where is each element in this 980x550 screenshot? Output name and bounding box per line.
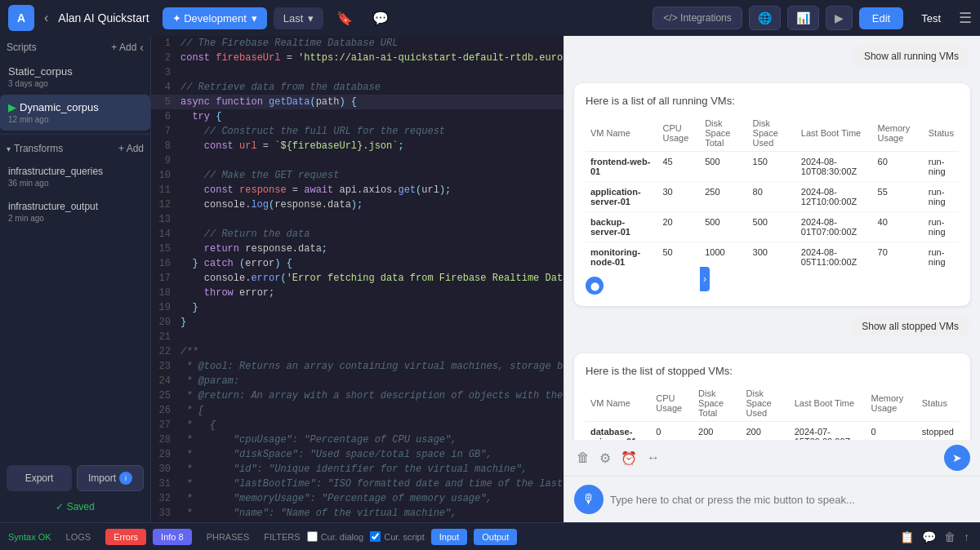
chat-icon-button[interactable]: 💬 (920, 528, 938, 546)
sidebar-item-infra-queries[interactable]: infrastructure_queries 36 min ago (0, 159, 150, 194)
running-vms-card: Here is a list of all running VMs: VM Na… (574, 83, 970, 306)
tab-logs[interactable]: LOGS (58, 529, 100, 545)
code-editor[interactable]: 1// The Firebase Realtime Database URL 2… (151, 36, 564, 522)
running-vms-title: Here is a list of all running VMs: (586, 95, 959, 107)
chart-icon-button[interactable]: 📊 (787, 6, 819, 30)
add-script-button[interactable]: + Add (111, 42, 136, 53)
code-line: 12 console.log(response.data); (151, 197, 564, 212)
add-transform-button[interactable]: + Add (118, 143, 144, 154)
filters-label: FILTERS (264, 532, 300, 542)
test-button[interactable]: Test (910, 7, 952, 29)
delete-icon-button[interactable]: 🗑 (942, 528, 958, 546)
code-line: 30 * "id": "Unique identifier for the vi… (151, 462, 564, 477)
chat-input-area: 🎙 (564, 476, 980, 522)
vm-boot: 2024-07-15T09:00:00Z (790, 422, 866, 441)
vm-status: run-ning (924, 212, 959, 242)
code-line: 5async function getData(path) { (151, 95, 564, 109)
play-indicator-icon: ▶ (8, 101, 16, 113)
import-info-icon: i (119, 472, 132, 485)
table-row: application-server-01 30 250 80 2024-08-… (586, 182, 959, 212)
sidebar-item-static-corpus[interactable]: Static_corpus 3 days ago (0, 59, 150, 95)
show-all-stopped-button[interactable]: Show all stopped VMs (850, 316, 970, 337)
vm-name: backup-server-01 (590, 217, 630, 237)
last-dropdown-icon: ▾ (308, 12, 314, 24)
chat-bottom-icons-row: 🗑 ⚙ ⏰ ↔ ➤ (564, 440, 980, 476)
development-button[interactable]: ✦ Development ▾ (163, 7, 267, 29)
col-boot: Last Boot Time (790, 385, 866, 422)
export-button[interactable]: Export (7, 465, 72, 491)
script-time: 12 min ago (8, 115, 142, 124)
code-line: 18 throw error; (151, 286, 564, 300)
show-all-running-button[interactable]: Show all running VMs (853, 46, 970, 67)
code-line: 24 * @param: (151, 374, 564, 388)
dev-dropdown-icon: ▾ (252, 12, 257, 24)
menu-button[interactable]: ☰ (959, 9, 972, 27)
vm-memory: 70 (873, 242, 924, 273)
clock-chat-button[interactable]: ⏰ (618, 448, 639, 468)
copy-icon-button[interactable]: 📋 (898, 528, 916, 546)
sidebar-item-infra-output[interactable]: infrastructure_output 2 min ago (0, 194, 150, 229)
back-button[interactable]: ‹ (41, 7, 51, 29)
chat-icon-button[interactable]: 💬 (366, 6, 395, 31)
topbar: A ‹ Alan AI Quickstart ✦ Development ▾ L… (0, 0, 980, 36)
collapse-sidebar-button[interactable]: ‹ (140, 41, 144, 54)
show-all-stopped-container: Show all stopped VMs (574, 316, 970, 342)
play-icon-button[interactable]: ▶ (826, 6, 853, 30)
stopped-vms-title: Here is the list of stopped VMs: (586, 365, 959, 377)
expand-chat-button[interactable]: ↔ (644, 448, 662, 468)
col-vm-name: VM Name (586, 385, 651, 422)
sidebar-bottom: Export Import i ✓ Saved (0, 459, 150, 522)
vm-disk-used: 300 (748, 242, 796, 273)
integrations-button[interactable]: </> Integrations (653, 7, 742, 29)
tab-info[interactable]: Info 8 (153, 529, 192, 545)
mic-button[interactable]: 🎙 (574, 485, 604, 514)
send-button[interactable]: ➤ (944, 445, 970, 471)
stopped-vms-table: VM Name CPU Usage Disk Space Total Disk … (586, 385, 959, 440)
right-panel: Show all running VMs Here is a list of a… (564, 36, 980, 522)
tab-errors[interactable]: Errors (105, 529, 146, 545)
tab-phrases[interactable]: PHRASES (198, 529, 258, 545)
globe-icon-button[interactable]: 🌐 (749, 6, 781, 30)
vm-status: run-ning (924, 182, 959, 212)
panel-toggle-button[interactable]: › (700, 267, 710, 291)
syntax-status: Syntax OK (8, 532, 51, 542)
edit-button[interactable]: Edit (859, 7, 903, 29)
upload-icon-button[interactable]: ↑ (961, 528, 972, 546)
last-label: Last (283, 12, 304, 24)
cur-dialog-checkbox[interactable]: Cur. dialog (307, 531, 364, 542)
last-dropdown-button[interactable]: Last ▾ (274, 7, 324, 29)
code-line: 20} (151, 315, 564, 330)
col-memory: Memory Usage (866, 385, 917, 422)
code-line: 15 return response.data; (151, 242, 564, 256)
tab-output[interactable]: Output (474, 529, 517, 545)
bookmark-icon-button[interactable]: 🔖 (330, 6, 359, 31)
code-line: 28 * "cpuUsage": "Percentage of CPU usag… (151, 432, 564, 447)
settings-chat-button[interactable]: ⚙ (597, 448, 613, 468)
vm-boot: 2024-08-10T08:30:00Z (796, 152, 873, 182)
transform-time: 2 min ago (8, 214, 142, 223)
vm-name: application-server-01 (590, 187, 641, 206)
cur-script-check[interactable] (370, 531, 381, 542)
cur-dialog-check[interactable] (307, 531, 318, 542)
vm-memory: 55 (873, 182, 924, 212)
code-line: 13 (151, 212, 564, 227)
code-line: 10 // Make the GET request (151, 168, 564, 183)
sidebar-item-dynamic-corpus[interactable]: ▶Dynamic_corpus 12 min ago (0, 95, 150, 131)
transform-time: 36 min ago (8, 179, 142, 188)
stopped-vms-card: Here is the list of stopped VMs: VM Name… (574, 353, 970, 440)
import-button[interactable]: Import i (77, 465, 144, 491)
col-disk-total: Disk Space Total (693, 385, 741, 422)
chat-area: Show all running VMs Here is a list of a… (564, 36, 980, 440)
running-vms-action-dot[interactable]: ⬤ (586, 277, 604, 295)
code-line: 14 // Return the data (151, 227, 564, 242)
scripts-label: Scripts (7, 42, 37, 53)
cur-script-checkbox[interactable]: Cur. script (370, 531, 425, 542)
delete-chat-button[interactable]: 🗑 (574, 448, 592, 468)
vm-name: frontend-web-01 (590, 157, 650, 176)
tab-input[interactable]: Input (431, 529, 467, 545)
vm-disk-used: 80 (748, 182, 796, 212)
vm-boot: 2024-08-05T11:00:00Z (796, 242, 873, 273)
chat-input[interactable] (610, 494, 970, 506)
col-status: Status (924, 115, 959, 152)
code-line: 23 * @tool: Returns an array containing … (151, 359, 564, 374)
